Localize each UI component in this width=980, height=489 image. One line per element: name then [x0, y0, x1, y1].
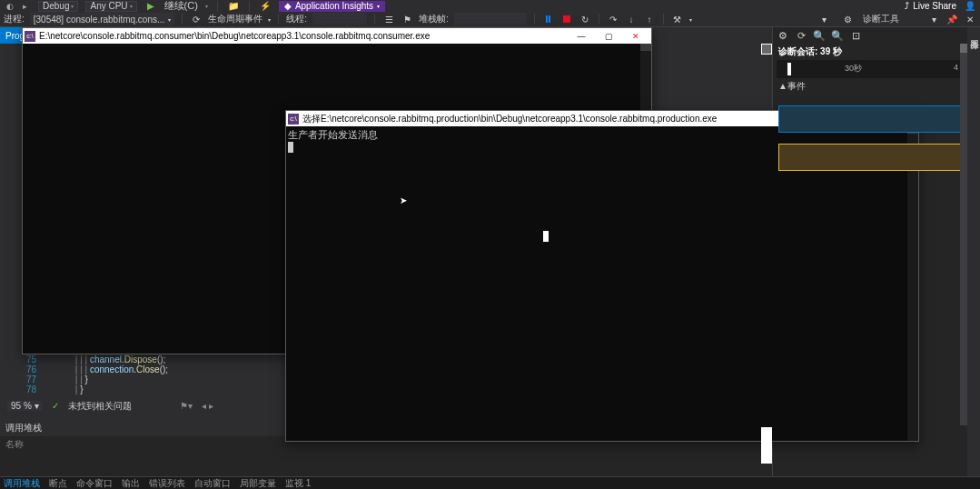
bottom-tabs-bar: 调用堆栈 断点 命令窗口 输出 错误列表 自动窗口 局部变量 监视 1 — [0, 476, 980, 489]
console-cursor — [288, 142, 293, 153]
production-scrollbar[interactable] — [907, 126, 918, 441]
user-icon[interactable]: 👤 — [964, 1, 976, 12]
continue-label: 继续(C) — [164, 0, 198, 13]
bottom-tab-errors[interactable]: 错误列表 — [149, 477, 185, 490]
maximize-button[interactable]: ▢ — [595, 28, 622, 44]
diag-session-label: 诊断会话: 39 秒 — [773, 44, 980, 60]
app-insights-button[interactable]: ◆ Application Insights ▾ — [279, 1, 385, 12]
console-icon: c:\ — [25, 31, 35, 42]
step-over-icon[interactable]: ↷ — [607, 13, 619, 25]
close-panel-icon[interactable]: ✕ — [964, 13, 976, 25]
right-scrollbar[interactable] — [960, 44, 967, 425]
events-header[interactable]: ▲事件 — [773, 78, 980, 95]
diag-settings-icon[interactable]: ⚙ — [777, 29, 789, 42]
step-out-icon[interactable]: ↑ — [643, 13, 656, 25]
nav-back-button[interactable]: ◐ — [4, 1, 16, 12]
right-edge-tabs[interactable]: 服务器 — [967, 27, 980, 476]
diag-collapse-arrow[interactable]: ▾ — [817, 13, 830, 25]
process-label: 进程: — [4, 13, 25, 25]
live-share-button[interactable]: ⤴ Live Share — [905, 1, 956, 11]
bottom-tab-callstack[interactable]: 调用堆栈 — [4, 477, 40, 490]
bottom-tab-autos[interactable]: 自动窗口 — [194, 477, 231, 490]
filter-icon[interactable]: ☰ — [382, 13, 395, 25]
folder-icon[interactable]: 📁 — [227, 1, 240, 12]
nav-arrows[interactable]: ◂ ▸ — [202, 401, 213, 411]
metric-chart-1: 14 0 — [778, 105, 975, 133]
diag-zoom-out-icon[interactable]: 🔍 — [831, 29, 844, 42]
scroll-indicator[interactable] — [761, 427, 772, 464]
panel-dropdown-icon[interactable]: ▾ — [927, 13, 940, 25]
bottom-tab-output[interactable]: 输出 — [122, 477, 140, 490]
bottom-tab-command[interactable]: 命令窗口 — [76, 477, 113, 490]
bottom-tab-locals[interactable]: 局部变量 — [240, 477, 276, 490]
diag-timeline[interactable]: 30秒 4 — [777, 60, 976, 78]
stop-button[interactable] — [560, 13, 573, 25]
no-issues-label: 未找到相关问题 — [68, 400, 132, 413]
close-button[interactable]: ✕ — [622, 28, 649, 44]
code-editor-area[interactable]: 75 | | | channel.Dispose(); 76 | | | con… — [18, 354, 168, 394]
lightning-icon[interactable]: ⚡ — [259, 1, 272, 12]
flag-icon[interactable]: ⚑▾ — [180, 401, 193, 411]
scroll-plus-icon[interactable] — [761, 44, 772, 55]
diag-reset-icon[interactable]: ⊡ — [849, 29, 862, 42]
bottom-tab-watch[interactable]: 监视 1 — [285, 477, 311, 490]
console-icon: c:\ — [288, 114, 299, 125]
debug-toolbar: 进程: [30548] console.rabbitmq.cons... ▾ ⟳… — [0, 12, 980, 27]
zoom-level[interactable]: 95 % ▾ — [7, 401, 43, 411]
gear-icon[interactable]: ⚙ — [841, 13, 854, 25]
main-toolbar: ◐ ▸ Debug▾ Any CPU▾ ▶ 继续(C) ▾ 📁 ⚡ ◆ Appl… — [0, 0, 980, 12]
mouse-cursor-icon: ➤ — [400, 195, 407, 205]
production-title: 选择E:\netcore\console.rabbitmq.production… — [302, 113, 835, 125]
continue-button[interactable]: ▶ — [144, 1, 157, 12]
tag-icon[interactable]: ⚑ — [401, 13, 413, 25]
diag-title: 诊断工具 — [863, 13, 899, 25]
insights-icon: ◆ — [284, 1, 292, 11]
selection-caret — [543, 231, 549, 242]
diag-refresh-icon[interactable]: ⟳ — [795, 29, 807, 42]
nav-fwd-button[interactable]: ▸ — [18, 1, 31, 12]
step-into-icon[interactable]: ↓ — [625, 13, 638, 25]
status-ok-icon: ✓ — [52, 401, 59, 411]
share-icon: ⤴ — [905, 1, 909, 11]
platform-dropdown[interactable]: Any CPU▾ — [85, 1, 136, 12]
process-dropdown[interactable]: [30548] console.rabbitmq.cons... ▾ — [30, 13, 175, 25]
pause-button[interactable] — [542, 13, 555, 25]
config-dropdown[interactable]: Debug▾ — [38, 1, 78, 12]
lifecycle-icon[interactable]: ⟳ — [190, 13, 203, 25]
production-console-body[interactable]: 生产者开始发送消息 — [286, 126, 918, 441]
restart-button[interactable]: ↻ — [579, 13, 591, 25]
stackframe-dropdown[interactable] — [454, 13, 527, 25]
metric-chart-2: 100 0 — [778, 144, 975, 171]
bottom-tab-breakpoints[interactable]: 断点 — [49, 477, 67, 490]
edge-tab-1[interactable]: 服务器 — [967, 27, 980, 38]
diag-zoom-in-icon[interactable]: 🔍 — [813, 29, 826, 42]
thread-dropdown[interactable] — [312, 13, 367, 25]
consumer-title: E:\netcore\console.rabbitmq.consumer\bin… — [39, 31, 568, 41]
minimize-button[interactable]: — — [568, 28, 595, 44]
tools-icon[interactable]: ⚒ — [671, 13, 684, 25]
pin-icon[interactable]: 📌 — [945, 13, 958, 25]
